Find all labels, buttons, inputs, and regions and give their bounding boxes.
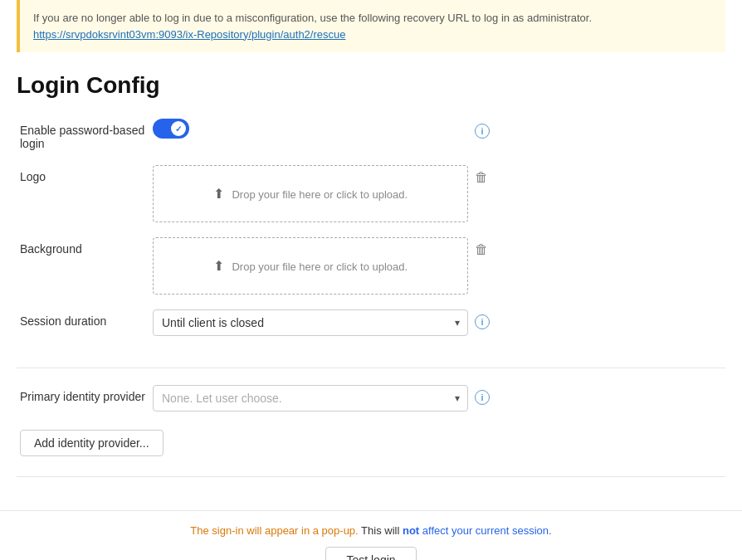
enable-password-info-icon[interactable]: i (475, 124, 490, 139)
warning-text: If you are no longer able to log in due … (33, 12, 592, 24)
page-title: Login Config (17, 72, 725, 99)
footer-message-part3: not (403, 524, 419, 537)
logo-drop-text: Drop your file here or click to upload. (232, 188, 408, 201)
background-row: Background ⬆ Drop your file here or clic… (17, 237, 725, 295)
session-duration-label: Session duration (20, 309, 153, 328)
primary-identity-label: Primary identity provider (20, 385, 153, 403)
login-config-section: Enable password-based login i Logo ⬆ (17, 119, 725, 368)
primary-identity-select[interactable]: None. Let user choose. (153, 385, 468, 411)
test-login-button[interactable]: Test login (325, 547, 416, 560)
primary-identity-wrapper: None. Let user choose. ▾ (153, 385, 468, 411)
enable-password-row: Enable password-based login i (17, 119, 725, 150)
session-duration-row: Session duration Until client is closed … (17, 309, 725, 336)
session-duration-wrapper: Until client is closed 1 hour 8 hours 1 … (153, 309, 468, 336)
upload-icon: ⬆ (213, 186, 224, 202)
background-drop-text: Drop your file here or click to upload. (232, 261, 408, 273)
footer-bar: The sign-in will appear in a pop-up. Thi… (0, 510, 742, 560)
session-duration-actions: i (475, 309, 490, 329)
primary-identity-row: Primary identity provider None. Let user… (17, 385, 725, 411)
recovery-link[interactable]: https://srvpdoksrvint03vm:9093/ix-Reposi… (33, 28, 345, 41)
footer-message-part2: This will (361, 524, 403, 537)
logo-label: Logo (20, 165, 153, 183)
enable-password-toggle[interactable] (153, 119, 189, 139)
background-label: Background (20, 237, 153, 256)
background-control: ⬆ Drop your file here or click to upload… (153, 237, 468, 295)
session-duration-control: Until client is closed 1 hour 8 hours 1 … (153, 309, 468, 336)
footer-message-part4: affect your current session. (422, 524, 552, 537)
add-identity-button[interactable]: Add identity provider... (20, 430, 164, 456)
logo-drop-zone[interactable]: ⬆ Drop your file here or click to upload… (153, 165, 468, 222)
logo-trash-icon[interactable]: 🗑 (475, 170, 488, 185)
primary-identity-info-icon[interactable]: i (475, 390, 490, 405)
add-identity-container: Add identity provider... (17, 426, 725, 460)
logo-row: Logo ⬆ Drop your file here or click to u… (17, 165, 725, 222)
toggle-track (153, 119, 189, 139)
primary-identity-control: None. Let user choose. ▾ (153, 385, 468, 411)
identity-provider-section: Primary identity provider None. Let user… (17, 385, 725, 477)
logo-control: ⬆ Drop your file here or click to upload… (153, 165, 468, 222)
enable-password-actions: i (475, 119, 490, 139)
background-drop-zone[interactable]: ⬆ Drop your file here or click to upload… (153, 237, 468, 295)
upload-bg-icon: ⬆ (213, 258, 224, 274)
enable-password-label: Enable password-based login (20, 119, 153, 150)
footer-message-part1: The sign-in will appear in a pop-up. (190, 524, 358, 537)
background-actions: 🗑 (475, 237, 488, 257)
footer-message: The sign-in will appear in a pop-up. Thi… (17, 524, 725, 537)
logo-actions: 🗑 (475, 165, 488, 185)
background-trash-icon[interactable]: 🗑 (475, 242, 488, 257)
primary-identity-actions: i (475, 385, 490, 405)
warning-banner: If you are no longer able to log in due … (17, 0, 725, 52)
session-duration-select[interactable]: Until client is closed 1 hour 8 hours 1 … (153, 309, 468, 336)
session-duration-info-icon[interactable]: i (475, 314, 490, 329)
toggle-thumb (171, 121, 186, 136)
enable-password-control (153, 119, 468, 141)
